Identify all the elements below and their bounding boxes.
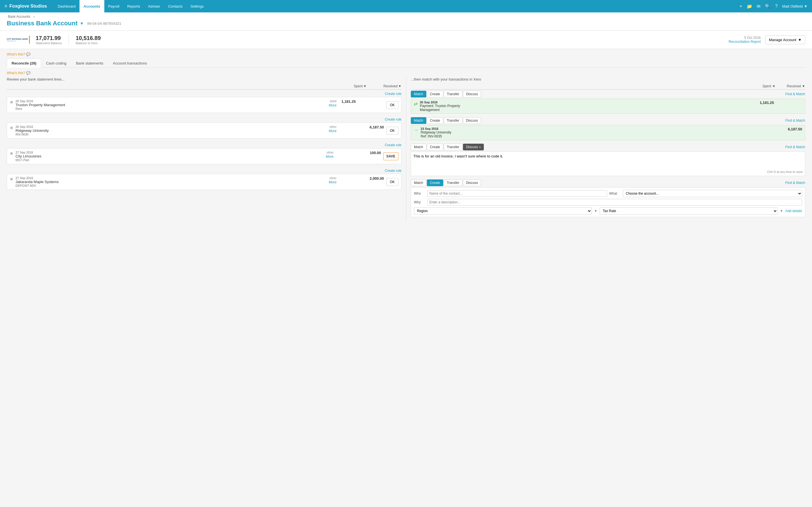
match-button-2[interactable]: Match — [411, 117, 426, 124]
stmt-check-3[interactable]: ✖ — [10, 151, 13, 156]
nav-settings[interactable]: Settings — [186, 0, 207, 12]
whats-this-top[interactable]: What's this? 💬 — [7, 52, 805, 56]
stmt-check-2[interactable]: ✖ — [10, 126, 13, 130]
stmt-spent-4 — [339, 176, 356, 180]
nav-payroll[interactable]: Payroll — [104, 0, 123, 12]
tab-bank-statements[interactable]: Bank statements — [71, 59, 108, 68]
transfer-button-3[interactable]: Transfer — [444, 144, 462, 151]
stmt-type-3: other — [326, 151, 334, 154]
stmt-received-3: 100.00 — [364, 151, 381, 155]
search-icon[interactable]: 🔍 — [765, 4, 770, 9]
create-form-bottom-row: Region ▼ Tax Rate ▼ Add details — [414, 207, 802, 215]
match-received-1 — [785, 101, 802, 105]
create-button-3[interactable]: Create — [427, 144, 443, 151]
transfer-button-4[interactable]: Transfer — [444, 179, 462, 186]
stmt-spent-3 — [336, 151, 353, 155]
mail-icon[interactable]: ✉ — [757, 4, 760, 9]
create-button-4[interactable]: Create — [427, 179, 443, 186]
transfer-button-1[interactable]: Transfer — [444, 91, 462, 98]
right-col-received[interactable]: Received ▼ — [787, 84, 805, 88]
stmt-save-button-3[interactable]: SAVE — [383, 152, 398, 160]
who-input[interactable] — [427, 190, 607, 197]
user-dropdown-icon: ▼ — [804, 4, 808, 8]
tab-cash-coding[interactable]: Cash coding — [41, 59, 71, 68]
whats-this-reconcile-icon: 💬 — [26, 71, 31, 75]
left-col-received[interactable]: Received ▼ — [384, 84, 402, 88]
match-button-3[interactable]: Match — [411, 144, 426, 151]
manage-account-button[interactable]: Manage Account ▼ — [765, 36, 805, 44]
discuss-button-1[interactable]: Discuss — [463, 91, 481, 98]
match-result-row-2: → 23 Sep 2016 Ridgeway University Ref: I… — [411, 125, 805, 140]
stmt-info-4: 27 Sep 2016 Jakaranda Maple Systems DEPO… — [15, 176, 320, 187]
discuss-button-3[interactable]: Discuss — [463, 144, 484, 151]
stmt-type-2: other — [329, 125, 337, 128]
find-match-link-1[interactable]: Find & Match — [785, 92, 805, 96]
create-rule-link-1[interactable]: Create rule — [7, 91, 402, 97]
stmt-amounts-3: 100.00 — [336, 151, 381, 155]
folder-icon[interactable]: 📁 — [747, 4, 752, 9]
find-match-link-4[interactable]: Find & Match — [785, 181, 805, 185]
title-dropdown-icon[interactable]: ▼ — [80, 21, 84, 25]
create-rule-link-4[interactable]: Create rule — [7, 168, 402, 174]
bank-logo-text: CITY NATIONAL BANK The way up — [7, 38, 28, 42]
discuss-button-4[interactable]: Discuss — [463, 179, 481, 186]
breadcrumb-link[interactable]: Bank Accounts — [8, 15, 30, 18]
discuss-button-2[interactable]: Discuss — [463, 117, 481, 124]
tax-rate-select[interactable]: Tax Rate — [600, 207, 777, 215]
nav-dashboard[interactable]: Dashboard — [54, 0, 80, 12]
tab-reconcile[interactable]: Reconcile (28) — [7, 59, 41, 68]
left-col-spent[interactable]: Spent ▼ — [354, 84, 366, 88]
stmt-date-3: 27 Sep 2016 — [15, 151, 317, 154]
stmt-check-1[interactable]: ✖ — [10, 100, 13, 105]
transfer-button-2[interactable]: Transfer — [444, 117, 462, 124]
find-match-link-2[interactable]: Find & Match — [785, 119, 805, 122]
whats-this-reconcile[interactable]: What's this? 💬 — [7, 71, 805, 75]
create-button-2[interactable]: Create — [427, 117, 443, 124]
match-action-bar-2: Match Create Transfer Discuss Find & Mat… — [411, 117, 805, 124]
nav-accounts[interactable]: Accounts — [80, 0, 104, 12]
match-block-1: Match Create Transfer Discuss Find & Mat… — [411, 91, 805, 114]
discuss-textarea-3[interactable]: This is for an old invoice, I wasn't sur… — [413, 154, 803, 168]
match-button-4[interactable]: Match — [411, 179, 426, 186]
help-icon[interactable]: ? — [775, 4, 777, 9]
reconcile-layout: Review your bank statement lines... Spen… — [7, 77, 805, 221]
tabs: Reconcile (28) Cash coding Bank statemen… — [7, 59, 805, 68]
match-received-2: 6,187.50 — [785, 127, 802, 131]
statement-row-2-wrapper: Create rule ✖ 26 Sep 2016 Ridgeway Unive… — [7, 116, 402, 138]
stmt-check-4[interactable]: ✖ — [10, 177, 13, 181]
add-icon[interactable]: + — [740, 4, 742, 9]
tab-account-transactions[interactable]: Account transactions — [108, 59, 152, 68]
stmt-more-2[interactable]: More — [329, 128, 336, 133]
create-form-4: Who What Choose the account... Why Regi — [411, 187, 805, 217]
nav-adviser[interactable]: Adviser — [144, 0, 164, 12]
nav-links: Dashboard Accounts Payroll Reports Advis… — [54, 0, 740, 12]
create-rule-link-3[interactable]: Create rule — [7, 142, 402, 148]
reconcile-report-link[interactable]: Reconciliation Report — [728, 40, 761, 44]
find-match-link-3[interactable]: Find & Match — [785, 145, 805, 149]
stmt-more-1[interactable]: More — [329, 103, 336, 107]
stmt-more-4[interactable]: More — [329, 180, 336, 184]
create-rule-link-2[interactable]: Create rule — [7, 116, 402, 122]
statement-row-3-wrapper: Create rule ✖ 27 Sep 2016 City Limousine… — [7, 142, 402, 164]
nav-contacts[interactable]: Contacts — [164, 0, 186, 12]
match-name-2: Ridgeway University — [421, 130, 755, 134]
match-button-1[interactable]: Match — [411, 91, 426, 98]
what-select[interactable]: Choose the account... — [623, 190, 802, 197]
right-col-spent[interactable]: Spent ▼ — [762, 84, 776, 88]
stmt-more-3[interactable]: More — [326, 154, 334, 159]
region-select[interactable]: Region — [414, 207, 592, 215]
user-menu[interactable]: Matt Oldfield ▼ — [782, 4, 808, 8]
create-form-why-row: Why — [414, 199, 802, 206]
stmt-ok-button-2[interactable]: OK — [386, 127, 398, 135]
match-date-2: 23 Sep 2016 — [421, 127, 755, 130]
menu-icon[interactable]: ≡ — [4, 4, 7, 9]
add-details-link[interactable]: Add details — [785, 209, 802, 213]
create-button-1[interactable]: Create — [427, 91, 443, 98]
bank-summary-right: 5 Oct 2016 Reconciliation Report Manage … — [728, 36, 805, 44]
stmt-ok-button-1[interactable]: OK — [386, 101, 398, 109]
nav-reports[interactable]: Reports — [123, 0, 144, 12]
xero-balance-amount: 10,516.89 — [75, 35, 101, 41]
stmt-ok-button-4[interactable]: OK — [386, 178, 398, 186]
breadcrumb[interactable]: Bank Accounts › — [7, 15, 805, 18]
why-input[interactable] — [427, 199, 802, 206]
